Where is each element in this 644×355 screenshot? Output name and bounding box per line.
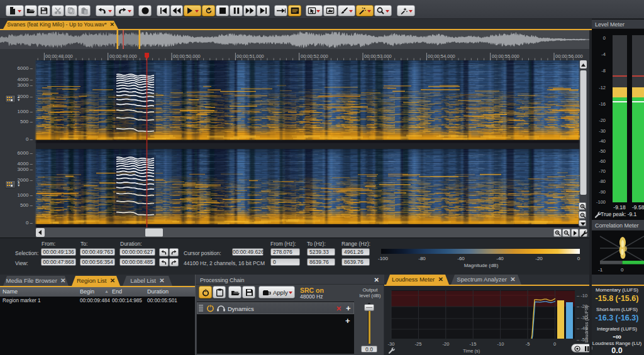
svg-text:0: 0 xyxy=(621,267,624,273)
svg-text:-1: -1 xyxy=(598,267,603,273)
